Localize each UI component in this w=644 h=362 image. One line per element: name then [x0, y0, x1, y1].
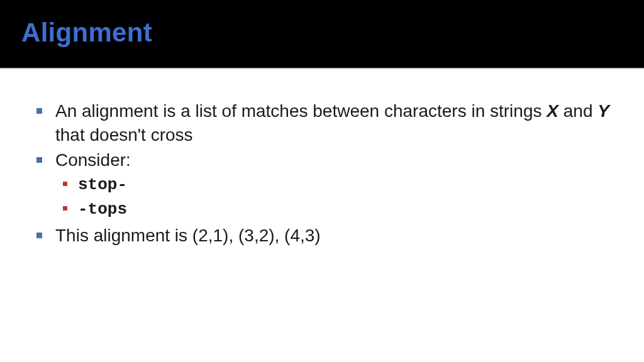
bullet-text: This alignment is (2,1), (3,2), (4,3) — [55, 226, 321, 245]
bullet-text: Consider: — [55, 150, 131, 170]
sub-bullet-item: -tops — [55, 199, 613, 221]
sub-bullet-item: stop- — [55, 174, 613, 196]
var-y: Y — [597, 101, 609, 121]
var-x: X — [547, 101, 558, 121]
bullet-item: This alignment is (2,1), (3,2), (4,3) — [31, 224, 613, 248]
bullet-item: Consider: stop- -tops — [31, 148, 613, 221]
slide-body: An alignment is a list of matches betwee… — [0, 69, 644, 247]
bullet-text: An alignment is a list of matches betwee… — [55, 101, 547, 121]
bullet-text: and — [558, 101, 597, 121]
slide-title: Alignment — [21, 18, 152, 48]
slide-header: Alignment — [0, 0, 644, 69]
sub-bullet-list: stop- -tops — [55, 174, 613, 221]
bullet-list: An alignment is a list of matches betwee… — [31, 99, 613, 247]
bullet-item: An alignment is a list of matches betwee… — [31, 99, 613, 147]
bullet-text: that doesn't cross — [55, 125, 193, 145]
